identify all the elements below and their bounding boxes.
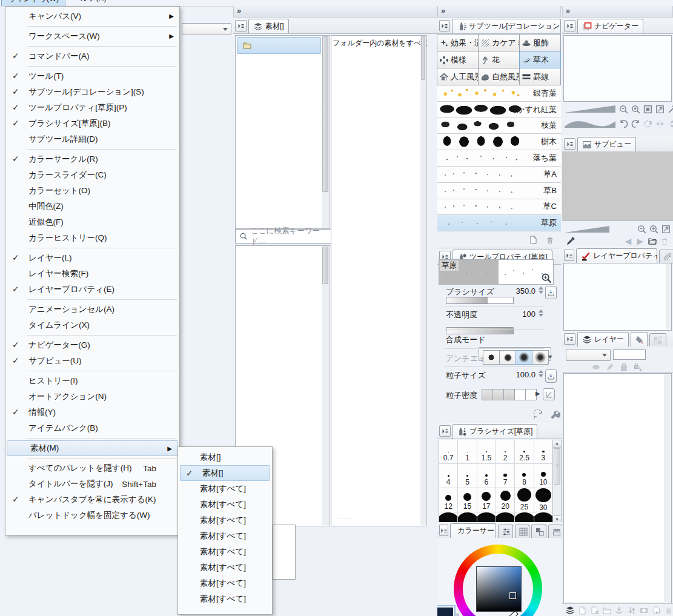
lock-icon[interactable] <box>618 361 630 373</box>
palette-menu-button[interactable] <box>439 20 450 31</box>
submenu-item[interactable]: 素材[すべて] <box>178 544 272 560</box>
brush-item[interactable]: 枝葉 <box>437 118 561 134</box>
apply-layer-icon[interactable] <box>651 604 662 616</box>
tab-layer-property[interactable]: レイヤープロパティ <box>576 248 657 263</box>
submenu-item[interactable]: 素材[すべて] <box>178 575 272 591</box>
subtool-category-sparkle[interactable]: 効果・演 <box>437 34 479 51</box>
palette-menu-button[interactable] <box>439 425 451 437</box>
brush-size-cell[interactable] <box>439 512 458 522</box>
menu-item[interactable]: カラーヒストリー(Q) <box>5 230 179 246</box>
tab-color-slider[interactable] <box>498 525 512 538</box>
toolprop-preview[interactable]: 草原 <box>439 259 554 285</box>
brush-size-cell[interactable]: 4 <box>439 464 458 488</box>
brush-size-cell[interactable]: 3 <box>534 440 553 464</box>
menu-item[interactable]: タイトルバーを隠す(J)Shift+Tab <box>5 476 179 492</box>
subtool-category-grass[interactable]: 草木 <box>519 51 561 68</box>
material-collapse-bar[interactable]: » <box>233 6 437 18</box>
tab-subview[interactable]: サブビュー <box>577 137 636 151</box>
subtool-category-crosshatch[interactable]: カケアミ・ <box>478 34 520 51</box>
flip-vertical-icon[interactable] <box>666 118 673 130</box>
brush-size-cell[interactable] <box>477 512 496 522</box>
brush-item[interactable]: 銀杏葉 <box>437 85 561 102</box>
material-list-scrollbar[interactable] <box>420 36 426 525</box>
subview-canvas[interactable] <box>562 151 673 221</box>
brush-item[interactable]: 草A <box>437 167 561 183</box>
menu-item[interactable]: 中間色(Z) <box>5 199 179 214</box>
material-folder-item[interactable] <box>237 37 321 54</box>
submenu-item[interactable]: 素材[すべて] <box>178 560 272 575</box>
sv-square[interactable] <box>476 566 522 612</box>
menu-item[interactable]: カラースライダー(C) <box>5 167 179 183</box>
fit-screen-icon[interactable] <box>642 103 654 115</box>
layerprop-scrollbar[interactable] <box>666 264 671 330</box>
delete-layer-icon[interactable] <box>663 604 673 616</box>
palette-menu-button[interactable] <box>439 525 448 536</box>
palette-menu-button[interactable] <box>235 20 247 31</box>
brush-item[interactable]: 草原 <box>437 215 561 231</box>
menu-item[interactable]: ✓ツール(T) <box>5 68 179 84</box>
layer-opacity-field[interactable] <box>613 349 646 360</box>
brush-size-cell[interactable]: 6 <box>477 464 496 488</box>
brush-size-slider[interactable] <box>446 297 514 304</box>
brush-size-cell[interactable]: 17 <box>477 488 496 512</box>
transfer-icon[interactable] <box>626 604 637 616</box>
menu-item[interactable]: ✓ナビゲーター(G) <box>5 337 179 353</box>
particle-size-spinner[interactable] <box>537 370 544 377</box>
menu-item[interactable]: オートアクション(N) <box>5 389 179 405</box>
menu-item[interactable]: タイムライン(X) <box>5 317 179 333</box>
submenu-item[interactable]: 素材[] <box>178 449 272 465</box>
tab-subtool[interactable]: サブツール[デコレーション] <box>452 19 561 33</box>
rotate-right-icon[interactable] <box>629 118 642 130</box>
palette-menu-button[interactable] <box>564 250 574 261</box>
reset-rotation-icon[interactable] <box>642 118 654 130</box>
brush-size-value[interactable]: 350.0 <box>510 286 535 296</box>
brush-size-spinner[interactable] <box>537 286 544 294</box>
density-curve-button[interactable] <box>543 388 555 400</box>
material-search-input[interactable]: ここに検索キーワード… <box>235 229 331 243</box>
menu-item[interactable]: ワークスペース(W)▶ <box>5 28 179 44</box>
layer-list[interactable] <box>563 373 672 603</box>
menu-item[interactable]: ✓ブラシサイズ[草原](B) <box>5 116 179 131</box>
menu-item[interactable]: ✓キャンバスタブを常に表示する(K) <box>5 492 179 508</box>
navigator-preview[interactable] <box>563 35 672 102</box>
pen-lock-icon[interactable] <box>604 361 616 373</box>
opacity-slider[interactable] <box>446 327 514 334</box>
palette-menu-button[interactable] <box>564 20 575 31</box>
menu-item[interactable]: ✓ツールプロパティ[草原](P) <box>5 100 179 116</box>
subtool-category-rock[interactable]: 自然風景 <box>478 68 520 85</box>
brush-item[interactable]: 樹木 <box>437 134 561 150</box>
particle-size-source-button[interactable] <box>545 369 557 383</box>
submenu-item[interactable]: 素材[すべて] <box>178 591 272 607</box>
prev-icon[interactable]: ◀ <box>622 235 634 247</box>
density-step[interactable] <box>482 389 493 400</box>
particle-size-value[interactable]: 100.0 <box>510 370 535 379</box>
menu-item[interactable]: ✓サブビュー(U) <box>5 353 179 369</box>
opacity-spinner[interactable] <box>537 310 544 317</box>
palette-menu-button[interactable] <box>564 138 575 150</box>
delete-image-icon[interactable] <box>658 235 671 247</box>
density-expand-icon[interactable]: ▶ <box>535 390 540 397</box>
new-subtool-icon[interactable] <box>527 234 539 246</box>
sv-selector[interactable] <box>509 592 516 599</box>
tab-intermediate-color[interactable] <box>531 525 546 538</box>
toolbar-combo[interactable] <box>182 23 231 35</box>
brush-item[interactable]: 草C <box>437 199 561 216</box>
brush-size-cell[interactable]: 1.5 <box>477 440 496 464</box>
subtool-category-pattern[interactable]: 模様 <box>437 51 479 68</box>
brush-size-cell[interactable]: 2.5 <box>515 440 534 464</box>
menu-item[interactable]: ✓カラーサークル(R) <box>5 151 179 167</box>
brush-size-cell[interactable]: 2 <box>496 440 515 464</box>
lock-pixel-icon[interactable] <box>632 361 644 373</box>
brush-size-cell[interactable]: 15 <box>458 488 477 512</box>
menu-item[interactable]: ✓サブツール[デコレーション](S) <box>5 84 179 100</box>
menu-item[interactable]: 素材(M)▶ <box>7 440 178 456</box>
brush-size-scrollbar[interactable]: ▲ ≡ ▼ <box>552 440 562 523</box>
wrench-magnifier-icon[interactable] <box>541 273 552 283</box>
brush-size-cell[interactable]: 10 <box>534 464 553 488</box>
merge-down-icon[interactable] <box>614 604 625 616</box>
density-step[interactable] <box>492 389 504 400</box>
menu-item[interactable]: レイヤー検索(F) <box>5 266 179 282</box>
scroll-thumb[interactable]: ≡ <box>554 448 560 485</box>
brush-size-cell[interactable]: 5 <box>458 464 477 488</box>
brush-size-cell[interactable]: 20 <box>496 488 515 512</box>
